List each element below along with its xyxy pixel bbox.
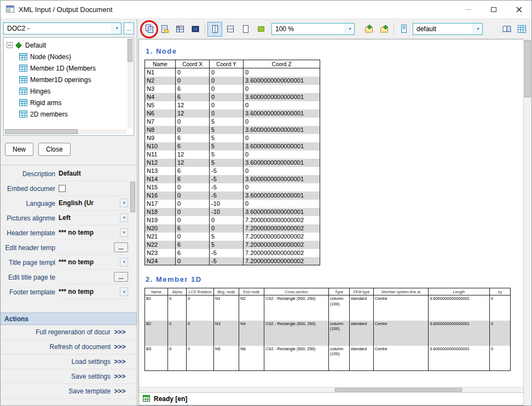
table-cell: 0 <box>176 77 210 85</box>
new-button[interactable]: New <box>5 143 33 156</box>
table-cell: -5 <box>210 249 244 257</box>
footer-template-select[interactable]: *** no temp <box>59 285 128 299</box>
template-select[interactable]: default <box>413 23 483 35</box>
copy-button[interactable] <box>142 22 157 37</box>
language-select[interactable]: English (Ur <box>59 196 128 211</box>
property-row-description: Description Default <box>1 166 128 181</box>
tree-item-hinges[interactable]: Hinges <box>7 85 126 97</box>
document-more-button[interactable]: ... <box>124 22 134 34</box>
table-row: N146-53.6000000000000001 <box>145 175 320 183</box>
table-cell: 7.2000000000000002 <box>244 257 320 265</box>
tree-item-2d-members[interactable]: 2D members <box>7 108 126 120</box>
table-cell: 3.6000000000000001 <box>429 321 490 346</box>
page-vertical-split-button[interactable] <box>207 22 222 37</box>
table-cell: 0 <box>490 321 511 346</box>
chevron-down-icon[interactable] <box>120 258 128 266</box>
properties-scrollbar[interactable] <box>130 167 135 297</box>
table-cell: N9 <box>145 134 176 142</box>
document-select[interactable]: DOC2 - <box>3 22 122 34</box>
tree-root-default[interactable]: Default <box>7 39 126 51</box>
close-button[interactable] <box>506 1 531 19</box>
table-cell: N12 <box>145 159 176 167</box>
properties-panel: Description Default Embed documer Langua… <box>1 165 137 299</box>
table-cell: 6 <box>176 224 210 233</box>
document-vertical-scrollbar[interactable] <box>523 39 531 405</box>
book-button[interactable] <box>499 22 514 37</box>
document-view[interactable]: 1. Node NameCoord XCoord YCoord Z N1000N… <box>139 39 523 387</box>
action-link[interactable]: >>> <box>111 387 129 395</box>
action-save-template[interactable]: Save template >>> <box>1 384 137 399</box>
tree-item-member1d-openings[interactable]: Member1D openings <box>7 74 126 85</box>
table-cell: 0 <box>187 295 214 321</box>
zoom-select[interactable]: 100 % <box>271 23 355 35</box>
table-cell: 3.6000000000000001 <box>244 159 320 167</box>
table-cell: 0 <box>244 150 320 159</box>
action-link[interactable]: >>> <box>111 358 129 366</box>
property-row-header-template: Header template *** no temp <box>1 225 128 240</box>
table-cell: N2 <box>239 295 264 321</box>
save-template-button[interactable] <box>377 22 391 37</box>
tree-horizontal-scrollbar[interactable] <box>5 129 126 134</box>
action-link[interactable]: >>> <box>111 373 129 380</box>
table-cell: 0 <box>176 216 210 224</box>
table-cell: 6 <box>176 134 210 142</box>
edit-title-page-template-button[interactable]: ... <box>114 272 128 282</box>
report-button[interactable] <box>172 22 187 37</box>
chevron-down-icon[interactable] <box>120 213 128 222</box>
table-cell: N22 <box>145 241 176 249</box>
table-cell: N15 <box>145 183 176 192</box>
preview-button[interactable] <box>188 22 203 37</box>
paste-button[interactable] <box>157 22 172 37</box>
tree-item-node[interactable]: Node (Nodes) <box>7 51 126 62</box>
header-template-select[interactable]: *** no temp <box>59 225 128 240</box>
color-swatch-button[interactable] <box>253 22 268 37</box>
table-cell: 0 <box>210 68 244 77</box>
tree-item-member1d[interactable]: Member 1D (Members <box>7 62 126 74</box>
action-link[interactable]: >>> <box>111 328 129 336</box>
document-horizontal-scrollbar[interactable] <box>139 387 523 392</box>
table-cell: 0 <box>210 85 244 93</box>
embed-document-checkbox[interactable] <box>59 185 66 192</box>
action-save-settings[interactable]: Save settings >>> <box>1 369 137 384</box>
chevron-down-icon[interactable] <box>345 24 354 34</box>
copy-icon <box>144 24 154 34</box>
action-load-settings[interactable]: Load settings >>> <box>1 355 137 369</box>
action-refresh-document[interactable]: Refresh of document >>> <box>1 340 137 355</box>
chevron-down-icon[interactable] <box>120 228 128 237</box>
table-cell: N11 <box>145 150 176 159</box>
table-cell: 6 <box>176 142 210 150</box>
table-cell: 5 <box>210 241 244 249</box>
column-header: Cross-section <box>264 288 329 295</box>
edit-header-template-button[interactable]: ... <box>114 242 128 252</box>
action-link[interactable]: >>> <box>111 343 129 351</box>
chevron-down-icon[interactable] <box>473 24 482 34</box>
page-blank-button[interactable] <box>238 22 253 37</box>
table-row: N136-50 <box>145 167 320 175</box>
chevron-down-icon[interactable] <box>112 23 121 34</box>
table-cell: -5 <box>210 175 244 183</box>
load-template-button[interactable] <box>361 22 376 37</box>
description-field[interactable]: Default <box>59 166 128 181</box>
page-horizontal-split-button[interactable] <box>223 22 238 37</box>
property-row-language: Language English (Ur <box>1 196 128 211</box>
page-horizontal-split-icon <box>225 24 235 34</box>
table-cell: 6 <box>176 85 210 93</box>
maximize-button[interactable] <box>481 1 506 19</box>
collapse-icon[interactable] <box>7 42 13 48</box>
table-row: N180-103.6000000000000001 <box>145 208 320 216</box>
chevron-down-icon[interactable] <box>120 287 128 296</box>
template-page-button[interactable] <box>396 22 411 37</box>
close-document-button[interactable]: Close <box>38 143 71 156</box>
action-full-regeneration[interactable]: Full regeneration of docur >>> <box>1 325 137 340</box>
table-cell: N1 <box>214 295 239 321</box>
load-template-icon <box>364 24 374 34</box>
title-page-template-select[interactable]: *** no temp <box>59 255 128 270</box>
grid-button[interactable] <box>514 22 529 37</box>
chevron-down-icon[interactable] <box>120 199 128 207</box>
table-cell: 0 <box>176 200 210 208</box>
table-cell: 12 <box>176 159 210 167</box>
minimize-button[interactable] <box>456 1 481 19</box>
pictures-alignment-select[interactable]: Left <box>59 211 128 225</box>
tree-item-rigid-arms[interactable]: Rigid arms <box>7 97 126 108</box>
tree-vertical-scrollbar[interactable] <box>128 39 132 127</box>
